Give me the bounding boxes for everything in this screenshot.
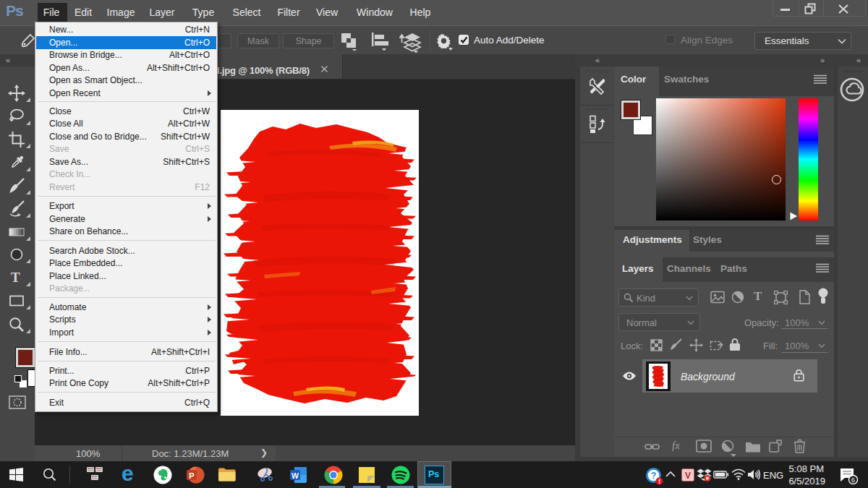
svg-text:?: ?: [651, 471, 657, 481]
svg-text:6: 6: [851, 476, 855, 484]
svg-text:V: V: [685, 471, 691, 481]
svg-text:P: P: [189, 471, 194, 480]
svg-text:W: W: [292, 471, 299, 480]
